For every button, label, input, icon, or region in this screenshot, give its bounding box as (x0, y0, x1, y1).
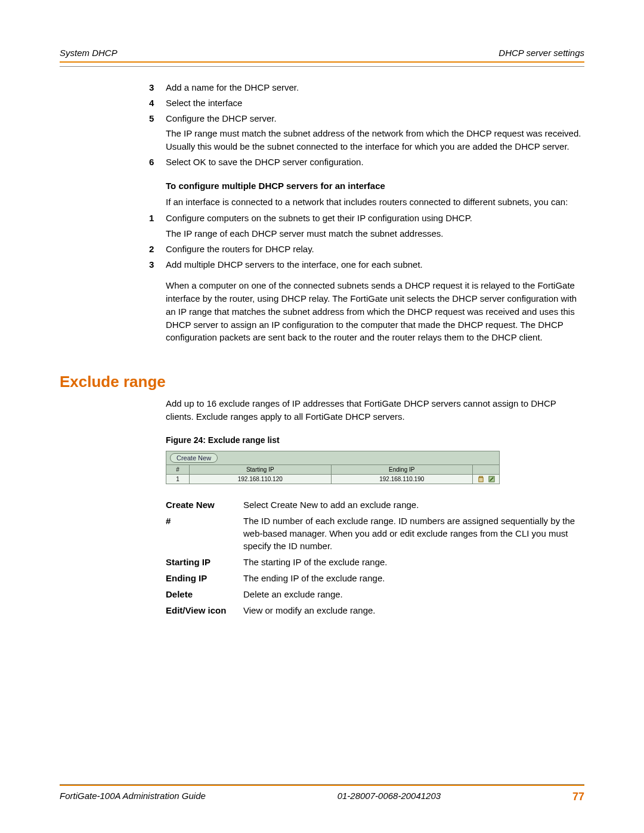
step-text: Add a name for the DHCP server. (166, 81, 584, 94)
definition-desc: The starting IP of the exclude range. (243, 556, 584, 568)
step-number: 1 (149, 212, 166, 240)
step-text: Select the interface (166, 97, 584, 110)
figure-table-header: # Starting IP Ending IP (166, 465, 500, 475)
page-number: 77 (572, 791, 584, 803)
step-number: 3 (149, 81, 166, 94)
step-text-main: Configure the DHCP server. (166, 113, 277, 123)
step-number: 6 (149, 156, 166, 169)
footer-rule-orange (60, 785, 584, 786)
step-text: Configure the DHCP server. The IP range … (166, 112, 584, 153)
definition-desc: The ending IP of the exclude range. (243, 572, 584, 584)
header-rule-grey (60, 66, 584, 67)
step-number: 2 (149, 243, 166, 256)
definition-term: Starting IP (166, 556, 243, 568)
step-number: 4 (149, 97, 166, 110)
definition-term: # (166, 515, 243, 552)
definition-row: Create New Select Create New to add an e… (166, 498, 584, 511)
step-text: Add multiple DHCP servers to the interfa… (166, 258, 584, 271)
col-header-actions (473, 465, 499, 474)
col-header-starting-ip: Starting IP (190, 465, 332, 474)
definition-desc: Delete an exclude range. (243, 588, 584, 600)
paragraph: When a computer on one of the connected … (166, 279, 584, 344)
col-header-id: # (166, 465, 190, 474)
paragraph: If an interface is connected to a networ… (166, 196, 584, 209)
header-left: System DHCP (60, 48, 117, 58)
definition-desc: View or modify an exclude range. (243, 604, 584, 617)
step-item: 3 Add a name for the DHCP server. (149, 81, 584, 94)
definition-row: Edit/View icon View or modify an exclude… (166, 604, 584, 617)
step-item: 6 Select OK to save the DHCP server conf… (149, 156, 584, 169)
edit-icon[interactable] (488, 476, 495, 482)
svg-rect-0 (478, 477, 482, 481)
step-text: Select OK to save the DHCP server config… (166, 156, 584, 169)
step-item: 3 Add multiple DHCP servers to the inter… (149, 258, 584, 271)
delete-icon[interactable] (478, 476, 484, 482)
definition-row: Delete Delete an exclude range. (166, 588, 584, 600)
header-right: DHCP server settings (499, 48, 584, 58)
definition-term: Create New (166, 498, 243, 511)
definition-term: Ending IP (166, 572, 243, 584)
step-number: 5 (149, 112, 166, 153)
definition-term: Edit/View icon (166, 604, 243, 617)
header-rule-orange (60, 61, 584, 63)
step-text: Configure computers on the subnets to ge… (166, 212, 584, 240)
definition-row: Starting IP The starting IP of the exclu… (166, 556, 584, 568)
step-item: 1 Configure computers on the subnets to … (149, 212, 584, 240)
definition-row: Ending IP The ending IP of the exclude r… (166, 572, 584, 584)
cell-actions (473, 475, 499, 484)
paragraph: Add up to 16 exclude ranges of IP addres… (166, 397, 584, 423)
sub-heading: To configure multiple DHCP servers for a… (166, 181, 584, 191)
figure-caption: Figure 24: Exclude range list (166, 435, 584, 445)
step-subtext: The IP range of each DHCP server must ma… (166, 227, 584, 240)
definition-desc: Select Create New to add an exclude rang… (243, 498, 584, 511)
figure-table-row: 1 192.168.110.120 192.168.110.190 (166, 475, 500, 484)
create-new-button[interactable]: Create New (170, 453, 218, 463)
cell-ending-ip: 192.168.110.190 (332, 475, 473, 484)
section-title: Exclude range (60, 373, 584, 391)
col-header-ending-ip: Ending IP (332, 465, 473, 474)
step-item: 5 Configure the DHCP server. The IP rang… (149, 112, 584, 153)
step-number: 3 (149, 258, 166, 271)
step-text: Configure the routers for DHCP relay. (166, 243, 584, 256)
cell-id: 1 (166, 475, 190, 484)
definition-list: Create New Select Create New to add an e… (166, 498, 584, 617)
footer-left: FortiGate-100A Administration Guide (60, 791, 206, 803)
page-footer: FortiGate-100A Administration Guide 01-2… (60, 784, 584, 803)
cell-starting-ip: 192.168.110.120 (190, 475, 332, 484)
definition-row: # The ID number of each exclude range. I… (166, 515, 584, 552)
step-subtext: The IP range must match the subnet addre… (166, 127, 584, 153)
svg-rect-1 (479, 476, 482, 477)
step-text-main: Configure computers on the subnets to ge… (166, 213, 472, 223)
step-item: 2 Configure the routers for DHCP relay. (149, 243, 584, 256)
step-item: 4 Select the interface (149, 97, 584, 110)
figure-exclude-range-list: Create New # Starting IP Ending IP 1 192… (166, 451, 500, 484)
definition-term: Delete (166, 588, 243, 600)
definition-desc: The ID number of each exclude range. ID … (243, 515, 584, 552)
figure-toolbar: Create New (166, 451, 500, 465)
footer-center: 01-28007-0068-20041203 (338, 791, 441, 803)
